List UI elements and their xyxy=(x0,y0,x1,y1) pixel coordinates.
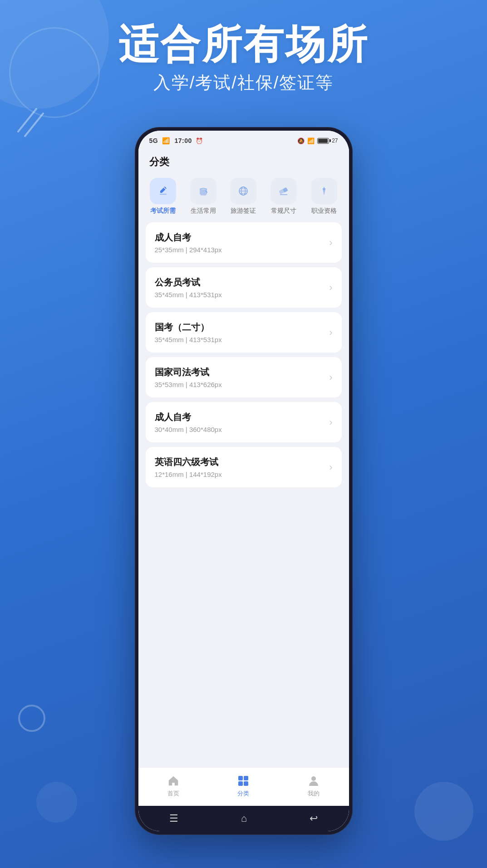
nav-home-icon xyxy=(167,774,180,788)
nav-category-icon xyxy=(236,774,250,788)
alarm-icon: ⏰ xyxy=(196,137,203,144)
battery-icon xyxy=(317,138,329,144)
list-item-4-size: 30*40mm | 360*480px xyxy=(155,426,325,433)
globe-icon xyxy=(237,185,250,197)
category-tabs: 考试所需 生活常用 xyxy=(138,173,349,222)
list-item-5[interactable]: 英语四六级考试 12*16mm | 144*192px › xyxy=(146,447,342,487)
list-item-1-name: 公务员考试 xyxy=(155,276,325,289)
section-title: 分类 xyxy=(138,147,349,173)
battery-fill xyxy=(318,139,327,143)
list-item-1[interactable]: 公务员考试 35*45mm | 413*531px › xyxy=(146,267,342,308)
battery-text: 27 xyxy=(332,137,338,144)
list-container: 成人自考 25*35mm | 294*413px › 公务员考试 35*45mm… xyxy=(138,222,349,767)
chevron-right-icon-0: › xyxy=(329,237,332,249)
eraser-icon xyxy=(277,185,290,197)
list-item-3-size: 35*53mm | 413*626px xyxy=(155,381,325,388)
tab-standard-label: 常规尺寸 xyxy=(271,207,296,215)
menu-button[interactable]: ☰ xyxy=(169,813,178,824)
svg-rect-15 xyxy=(244,781,248,786)
svg-rect-12 xyxy=(238,776,243,780)
back-button[interactable]: ↩ xyxy=(310,813,318,824)
list-item-5-info: 英语四六级考试 12*16mm | 144*192px xyxy=(155,456,325,478)
svg-point-16 xyxy=(311,776,316,781)
list-item-0[interactable]: 成人自考 25*35mm | 294*413px › xyxy=(146,222,342,263)
tab-travel-icon-wrap xyxy=(230,178,256,204)
deco-circle-3 xyxy=(18,705,45,732)
system-nav: ☰ ⌂ ↩ xyxy=(138,806,349,831)
phone-screen: 5G 📶 17:00 ⏰ 🔕 📶 27 分类 xyxy=(138,131,349,831)
nav-category[interactable]: 分类 xyxy=(225,774,261,798)
chevron-right-icon-1: › xyxy=(329,282,332,294)
list-item-1-info: 公务员考试 35*45mm | 413*531px xyxy=(155,276,325,299)
list-item-2-info: 国考（二寸） 35*45mm | 413*531px xyxy=(155,321,325,343)
deco-lines xyxy=(14,104,50,142)
list-item-2-size: 35*45mm | 413*531px xyxy=(155,336,325,343)
list-item-4[interactable]: 成人自考 30*40mm | 360*480px › xyxy=(146,402,342,442)
app-content: 分类 考试所需 xyxy=(138,147,349,806)
tab-travel[interactable]: 旅游签证 xyxy=(227,178,259,215)
list-item-0-name: 成人自考 xyxy=(155,231,325,244)
bottom-nav: 首页 分类 xyxy=(138,767,349,806)
hero-section: 适合所有场所 入学/考试/社保/签证等 xyxy=(0,23,487,94)
tab-life-label: 生活常用 xyxy=(191,207,216,215)
list-item-4-name: 成人自考 xyxy=(155,411,325,423)
tab-standard[interactable]: 常规尺寸 xyxy=(268,178,300,215)
list-item-1-size: 35*45mm | 413*531px xyxy=(155,291,325,299)
list-item-5-size: 12*16mm | 144*192px xyxy=(155,471,325,478)
list-item-5-name: 英语四六级考试 xyxy=(155,456,325,468)
svg-line-0 xyxy=(18,109,36,132)
deco-circle-4 xyxy=(36,782,77,823)
svg-rect-3 xyxy=(201,195,206,196)
list-item-2[interactable]: 国考（二寸） 35*45mm | 413*531px › xyxy=(146,312,342,353)
pen-icon xyxy=(157,185,169,197)
list-item-3-info: 国家司法考试 35*53mm | 413*626px xyxy=(155,366,325,388)
svg-rect-14 xyxy=(238,781,243,786)
phone-mockup: 5G 📶 17:00 ⏰ 🔕 📶 27 分类 xyxy=(135,127,353,835)
tab-career[interactable]: 职业资格 xyxy=(308,178,340,215)
tab-standard-icon-wrap xyxy=(271,178,297,204)
chevron-right-icon-2: › xyxy=(329,327,332,338)
time-text: 17:00 xyxy=(174,137,192,144)
chevron-right-icon-4: › xyxy=(329,417,332,428)
nav-mine-label: 我的 xyxy=(308,790,320,798)
list-item-0-size: 25*35mm | 294*413px xyxy=(155,246,325,254)
nav-home[interactable]: 首页 xyxy=(155,774,192,798)
nav-home-label: 首页 xyxy=(167,790,179,798)
chevron-right-icon-3: › xyxy=(329,372,332,383)
hero-subtitle: 入学/考试/社保/签证等 xyxy=(0,71,487,94)
list-item-4-info: 成人自考 30*40mm | 360*480px xyxy=(155,411,325,433)
svg-line-1 xyxy=(25,113,43,136)
status-left: 5G 📶 17:00 ⏰ xyxy=(149,137,203,144)
nav-category-label: 分类 xyxy=(237,790,249,798)
phone-frame: 5G 📶 17:00 ⏰ 🔕 📶 27 分类 xyxy=(135,127,353,835)
status-bar: 5G 📶 17:00 ⏰ 🔕 📶 27 xyxy=(138,131,349,147)
tab-travel-label: 旅游签证 xyxy=(231,207,256,215)
tab-life[interactable]: 生活常用 xyxy=(187,178,219,215)
wifi-icon: 📶 xyxy=(307,137,315,144)
list-item-3-name: 国家司法考试 xyxy=(155,366,325,378)
hero-title: 适合所有场所 xyxy=(0,23,487,67)
svg-rect-2 xyxy=(200,189,207,195)
status-right: 🔕 📶 27 xyxy=(297,137,338,144)
mute-icon: 🔕 xyxy=(297,137,305,144)
carrier-icon: 📶 xyxy=(162,137,170,144)
nav-mine-icon xyxy=(307,774,320,788)
tab-career-label: 职业资格 xyxy=(311,207,337,215)
list-item-2-name: 国考（二寸） xyxy=(155,321,325,333)
tab-exam-icon-wrap xyxy=(150,178,176,204)
deco-circle-5 xyxy=(414,782,473,841)
tie-icon xyxy=(318,185,330,197)
cup-icon xyxy=(197,185,210,197)
home-button[interactable]: ⌂ xyxy=(241,813,247,824)
tab-life-icon-wrap xyxy=(190,178,216,204)
tab-exam[interactable]: 考试所需 xyxy=(147,178,179,215)
svg-rect-13 xyxy=(244,776,248,780)
signal-text: 5G xyxy=(149,137,158,144)
list-item-0-info: 成人自考 25*35mm | 294*413px xyxy=(155,231,325,254)
nav-mine[interactable]: 我的 xyxy=(295,774,332,798)
tab-career-icon-wrap xyxy=(311,178,337,204)
tab-exam-label: 考试所需 xyxy=(150,207,176,215)
list-item-3[interactable]: 国家司法考试 35*53mm | 413*626px › xyxy=(146,357,342,397)
chevron-right-icon-5: › xyxy=(329,461,332,473)
